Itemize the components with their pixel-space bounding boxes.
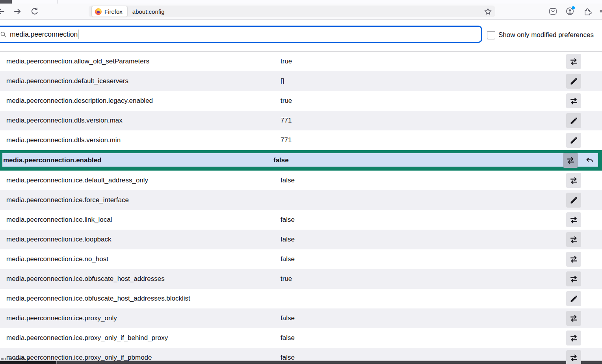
edit-pref-button[interactable] [566, 291, 581, 306]
search-input-value: media.peerconnection [10, 30, 78, 39]
pref-row[interactable]: media.peerconnection.ice.loopback false [0, 230, 602, 249]
pref-name: media.peerconnection.ice.proxy_only [0, 314, 281, 322]
toggle-pref-button[interactable] [566, 271, 581, 286]
reload-icon[interactable] [30, 7, 39, 16]
pref-value: false [281, 176, 564, 184]
pref-actions [564, 133, 602, 148]
pref-actions [564, 173, 602, 188]
browser-toolbar: Firefox about:config ≡ [0, 4, 602, 20]
back-icon[interactable] [0, 7, 5, 16]
pref-name: media.peerconnection.enabled [0, 156, 273, 164]
pref-value: false [281, 236, 564, 243]
show-modified-label[interactable]: Show only modified preferences [498, 31, 594, 39]
pref-value: true [281, 275, 564, 283]
pref-value: false [281, 334, 564, 342]
pref-value: false [281, 354, 564, 362]
pref-actions [564, 54, 602, 69]
pref-row[interactable]: media.peerconnection.ice.obfuscate_host_… [0, 269, 602, 289]
pref-row[interactable]: media.peerconnection.enabled false [0, 150, 602, 171]
toggle-pref-button[interactable] [566, 331, 581, 345]
pref-value: 771 [281, 136, 564, 144]
toggle-pref-button[interactable] [566, 311, 581, 326]
toggle-pref-button[interactable] [566, 173, 581, 188]
pref-row[interactable]: media.peerconnection.ice.obfuscate_host_… [0, 289, 602, 308]
tab-strip [0, 0, 602, 4]
pref-row[interactable]: media.peerconnection.ice.link_local fals… [0, 210, 602, 230]
pref-value: false [281, 216, 564, 224]
url-bar[interactable]: Firefox about:config [89, 6, 495, 17]
text-caret [78, 30, 78, 39]
account-icon[interactable] [566, 7, 574, 15]
search-input[interactable]: media.peerconnection [0, 26, 482, 43]
pref-value: false [281, 255, 564, 263]
pref-row[interactable]: media.peerconnection.dtls.version.max 77… [0, 111, 602, 130]
pref-actions [564, 271, 602, 286]
pref-value: true [281, 97, 564, 105]
pref-name: media.peerconnection.ice.link_local [0, 216, 281, 224]
pocket-icon[interactable] [549, 7, 557, 15]
pref-row[interactable]: media.peerconnection.allow_old_setParame… [0, 52, 602, 71]
pref-actions [564, 311, 602, 326]
pref-actions [564, 350, 602, 364]
pref-value: [] [281, 77, 564, 85]
edit-pref-button[interactable] [566, 113, 581, 128]
site-identity-chip[interactable]: Firefox [92, 6, 127, 17]
pref-actions [564, 212, 602, 227]
pref-name: media.peerconnection.ice.force_interface [0, 196, 281, 204]
pref-name: media.peerconnection.ice.proxy_only_if_p… [0, 354, 281, 362]
toggle-pref-button[interactable] [566, 54, 581, 69]
pref-actions [564, 232, 602, 247]
pref-name: media.peerconnection.dtls.version.min [0, 136, 281, 144]
edit-pref-button[interactable] [566, 133, 581, 148]
pref-row[interactable]: media.peerconnection.ice.proxy_only_if_p… [0, 348, 602, 364]
pref-name: media.peerconnection.ice.loopback [0, 236, 281, 243]
pref-name: media.peerconnection.allow_old_setParame… [0, 58, 281, 65]
pref-value: false [281, 314, 564, 322]
pref-name: media.peerconnection.default_iceservers [0, 77, 281, 85]
pref-name: media.peerconnection.description.legacy.… [0, 97, 281, 105]
search-icon [0, 32, 6, 37]
toggle-pref-button[interactable] [566, 232, 581, 247]
pref-actions [564, 193, 602, 208]
pref-actions [564, 74, 602, 89]
partial-tab [0, 0, 12, 4]
forward-icon[interactable] [13, 7, 22, 16]
toggle-pref-button[interactable] [566, 350, 581, 364]
toggle-pref-button[interactable] [566, 212, 581, 227]
pref-row[interactable]: media.peerconnection.ice.proxy_only fals… [0, 308, 602, 328]
prefs-table: media.peerconnection.allow_old_setParame… [0, 51, 602, 364]
firefox-favicon-icon [95, 8, 102, 15]
pref-row[interactable]: media.peerconnection.description.legacy.… [0, 91, 602, 111]
pref-row[interactable]: media.peerconnection.ice.force_interface [0, 190, 602, 210]
pref-value: 771 [281, 117, 564, 124]
bookmark-star-icon[interactable] [484, 8, 492, 15]
pref-row[interactable]: media.peerconnection.ice.proxy_only_if_b… [0, 328, 602, 348]
pref-name: media.peerconnection.ice.obfuscate_host_… [0, 275, 281, 283]
pref-name: media.peerconnection.ice.no_host [0, 255, 281, 263]
menu-icon[interactable]: ≡ [600, 8, 602, 15]
pref-name: media.peerconnection.ice.obfuscate_host_… [0, 295, 281, 303]
site-identity-label: Firefox [104, 8, 123, 15]
pref-row[interactable]: media.peerconnection.ice.no_host false [0, 249, 602, 269]
toggle-pref-button[interactable] [566, 93, 581, 108]
pref-name: media.peerconnection.ice.default_address… [0, 176, 281, 184]
pref-row[interactable]: media.peerconnection.ice.default_address… [0, 171, 602, 190]
pref-name: media.peerconnection.dtls.version.max [0, 117, 281, 124]
pref-actions [564, 331, 602, 345]
config-search-section: media.peerconnection Show only modified … [0, 20, 602, 51]
pref-actions [564, 93, 602, 108]
edit-pref-button[interactable] [566, 193, 581, 208]
pref-actions [564, 291, 602, 306]
pref-row[interactable]: media.peerconnection.dtls.version.min 77… [0, 130, 602, 150]
toggle-pref-button[interactable] [566, 252, 581, 267]
extensions-puzzle-icon[interactable] [583, 7, 592, 15]
toggle-pref-button[interactable] [563, 153, 578, 168]
show-modified-checkbox[interactable] [487, 31, 495, 39]
pref-row[interactable]: media.peerconnection.default_iceservers … [0, 71, 602, 91]
pref-actions [564, 113, 602, 128]
pref-value: true [281, 58, 564, 65]
reset-pref-button[interactable] [582, 153, 597, 168]
edit-pref-button[interactable] [566, 74, 581, 89]
tab-separator [58, 0, 58, 4]
url-text: about:config [132, 8, 165, 15]
